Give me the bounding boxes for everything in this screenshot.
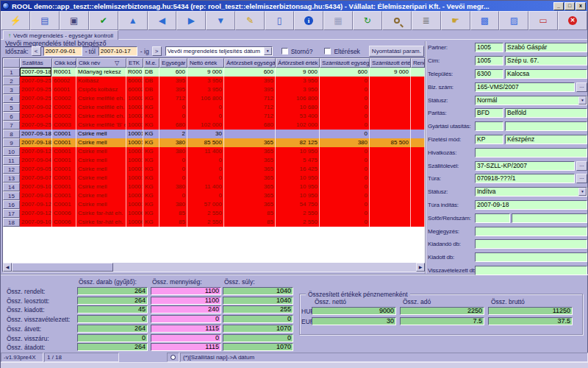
visszavetelezett-db-field[interactable] <box>475 266 587 275</box>
telepules-code-field[interactable]: 6300 <box>475 69 503 79</box>
info-button[interactable]: i <box>294 11 323 30</box>
prev-period-button[interactable]: < <box>32 46 41 56</box>
open-button[interactable]: ▤ <box>30 11 60 30</box>
table-row[interactable]: 102007-09-12C0001Csirke mell10001KG38011… <box>3 147 425 156</box>
minimize-button[interactable]: _ <box>553 2 564 10</box>
table-row[interactable]: 52007-09-02C0002Csirke mellfilé eh.10002… <box>3 103 425 112</box>
table-row[interactable]: 72007-09-25C0003Csirke mellfilé 'B' eh.1… <box>3 121 425 130</box>
filter-icon[interactable]: ▽ <box>113 60 119 66</box>
paritas-code-field[interactable]: BFD <box>475 108 503 118</box>
scrollbar-track[interactable] <box>113 263 416 272</box>
sofor-rendszam-code-field[interactable] <box>475 213 510 223</box>
differences-checkbox[interactable] <box>324 48 331 54</box>
table-row[interactable]: 142007-09-10C0001Csirke mell10001KG38011… <box>3 183 425 191</box>
storno-checkbox[interactable] <box>282 48 288 54</box>
column-header-szamlazott-egysegar[interactable]: Számlázott egységár <box>320 58 370 68</box>
report-button[interactable]: ▭ <box>528 11 558 30</box>
tura-field[interactable]: 070918-???/1 <box>475 174 575 183</box>
from-date-input[interactable]: 2007-09-01 <box>43 46 82 56</box>
column-header-szallitas[interactable]: Szállítás <box>20 58 52 68</box>
export-grid-button[interactable]: ▩ <box>470 11 500 30</box>
column-header-egysegar[interactable]: Egységár <box>159 58 187 68</box>
column-header-netto-ertek[interactable]: Nettó érték <box>187 58 224 68</box>
column-header-rendelt[interactable]: Rende <box>411 58 425 68</box>
gyartasi-utasitas-code-field[interactable] <box>475 121 503 131</box>
sign-button[interactable]: ☛ <box>441 11 470 30</box>
cim-code-field[interactable]: 1005 <box>475 56 503 66</box>
date-type-select[interactable]: Vevői megrendelés teljesítés dátum ▼ <box>165 46 273 56</box>
column-header-artorzsbeli-ertek[interactable]: Ártörzsbeli érték <box>276 58 320 68</box>
fizetesi-mod-code-field[interactable]: KP <box>475 135 503 144</box>
column-header-cikk-nev[interactable]: Cikk név ▽ <box>76 58 126 68</box>
chevron-down-icon[interactable]: ▼ <box>578 96 587 105</box>
table-row[interactable]: 82007-09-18C0001Csirke mell10001KG2300 <box>3 130 425 138</box>
close-button[interactable]: x <box>576 2 586 10</box>
hivatkozas-field[interactable] <box>475 148 587 158</box>
column-header-artorzsbeli-egysegar[interactable]: Ártörzsbeli egységár <box>224 58 276 68</box>
search-button[interactable] <box>382 11 412 30</box>
to-date-input[interactable]: 2007-10-17 <box>98 46 137 56</box>
save-button[interactable]: ▣ <box>60 11 89 30</box>
accept-button[interactable]: ✔ <box>89 11 118 30</box>
execute-button[interactable]: ⚡ <box>1 11 30 30</box>
table-row[interactable]: 182007-09-10C0006Csirke far-hát eh.10006… <box>3 218 425 227</box>
table-row[interactable]: 162007-09-12C0001Csirke mell10001KG38057… <box>3 200 425 209</box>
chevron-down-icon[interactable]: ▼ <box>264 47 272 55</box>
notes-button[interactable]: ▯ <box>265 11 294 30</box>
print-params-button[interactable]: Nyomtatási param. <box>369 46 424 57</box>
calendar-button[interactable]: ▦ <box>323 11 353 30</box>
megjegyzes-field[interactable] <box>475 227 587 236</box>
tura-statusz-select[interactable]: Indítva▼ <box>475 187 587 197</box>
table-row[interactable]: 122007-09-05C0001Csirke mell10001KG00365… <box>3 165 425 174</box>
table-row[interactable]: 172007-09-12C0006Csirke far-hát eh.10006… <box>3 209 425 218</box>
tura-lookup-button[interactable]: ... <box>576 174 587 183</box>
edit-button[interactable]: ✎ <box>235 11 265 30</box>
partner-code-field[interactable]: 1005 <box>475 43 503 52</box>
import-grid-button[interactable]: ▨ <box>499 11 528 30</box>
table-row[interactable]: 112007-09-04C0001Csirke mell10001KG00365… <box>3 156 425 165</box>
table-row[interactable]: 32007-09-2560001Csípős kolbász60002DB395… <box>3 85 425 94</box>
last-record-button[interactable]: ▼ <box>206 11 235 30</box>
close-button[interactable]: ✕ <box>558 11 587 30</box>
table-row[interactable]: 22007-09-2560002Kolbász60003DB3953 95039… <box>3 77 425 85</box>
table-row[interactable]: 42007-09-25C0002Csirke mellfilé eh.10002… <box>3 94 425 103</box>
partner-text-field[interactable]: Szabó Gáspár <box>505 43 587 52</box>
next-period-button[interactable]: > <box>152 46 162 56</box>
list-button[interactable]: ≣ <box>412 11 441 30</box>
gyartasi-utasitas-text-field[interactable] <box>505 121 587 131</box>
first-record-button[interactable]: ▲ <box>118 11 148 30</box>
kiadott-db-field[interactable] <box>475 252 587 262</box>
table-row[interactable]: 12007-09-18R0001Műanyag rekeszR0001DB600… <box>3 68 425 77</box>
sofor-rendszam-text-field[interactable] <box>512 213 587 223</box>
tura-inditas-field[interactable]: 2007-09-18 <box>475 200 587 210</box>
restore-button[interactable]: □ <box>564 2 575 10</box>
statusz-select[interactable]: Normál▼ <box>475 96 587 105</box>
refresh-button[interactable]: ↻ <box>353 11 382 30</box>
biz-szam-field[interactable]: 165-VMS/2007 <box>475 82 575 92</box>
scroll-left-icon[interactable]: ◀ <box>3 263 12 272</box>
statusbar-radio[interactable] <box>167 353 179 362</box>
szallitolevel-lookup-button[interactable]: ... <box>576 161 587 171</box>
scroll-right-icon[interactable]: ▶ <box>416 263 425 272</box>
chevron-down-icon[interactable]: ▼ <box>578 188 587 196</box>
table-row[interactable]: 62007-09-04C0002Csirke mellfilé eh.10002… <box>3 112 425 121</box>
table-row[interactable]: 92007-09-18C0001Csirke mell10001KG38085 … <box>3 138 425 147</box>
prev-record-button[interactable]: ◀ <box>148 11 177 30</box>
paritas-text-field[interactable]: Belföld <box>505 108 587 118</box>
cim-text-field[interactable]: Szép u. 67. <box>505 56 587 66</box>
telepules-text-field[interactable]: Kalocsa <box>505 69 587 79</box>
fizetesi-mod-text-field[interactable]: Készpénz <box>505 135 587 144</box>
szallitolevel-field[interactable]: 37-SZLL-KP/2007 <box>475 161 575 171</box>
next-record-button[interactable]: ▶ <box>176 11 206 30</box>
table-row[interactable]: 132007-09-07C0001Csirke mell10001KG00365… <box>3 174 425 183</box>
column-header-me[interactable]: M.e. <box>143 58 159 68</box>
tab-vevoi-megrendeles[interactable]: ↑ Vevői megrendelés - egységár kontroll <box>3 30 118 40</box>
column-header-etk[interactable]: ETK <box>126 58 143 68</box>
biz-szam-lookup-button[interactable]: ... <box>576 82 587 92</box>
column-header-rownum[interactable] <box>3 58 20 68</box>
table-row[interactable]: 152007-09-03C0001Csirke mell10001KG00365… <box>3 191 425 200</box>
scrollbar-thumb[interactable] <box>12 263 113 272</box>
column-header-szamlazott-ertek[interactable]: Számlázott érték <box>370 58 411 68</box>
kiadando-db-field[interactable] <box>475 239 587 249</box>
column-header-cikk-kod[interactable]: Cikk kód <box>52 58 76 68</box>
